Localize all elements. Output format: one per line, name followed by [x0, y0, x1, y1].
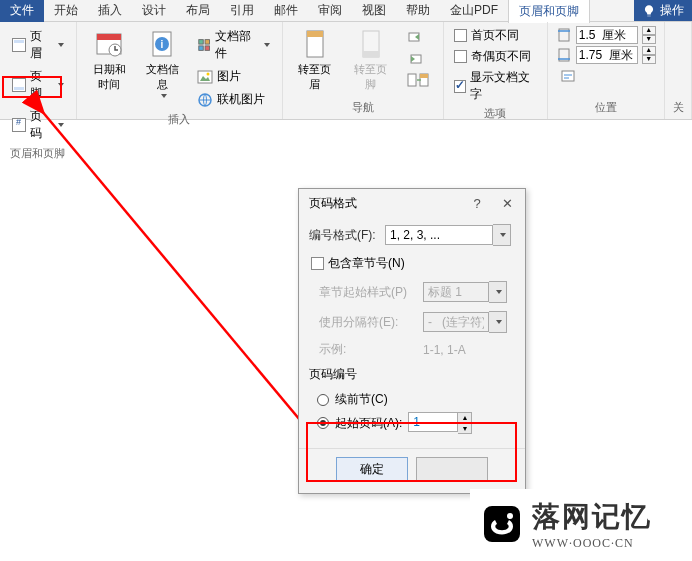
ribbon-group-insert: 日期和时间 i 文档信息 文档部件 图片 联机图片: [77, 22, 283, 119]
top-margin-down[interactable]: ▼: [642, 35, 656, 44]
start-at-spinner[interactable]: ▲ ▼: [408, 412, 472, 434]
show-doc-text-checkbox[interactable]: 显示文档文字: [452, 68, 539, 104]
group-label-headerfooter: 页眉和页脚: [8, 144, 68, 161]
chapter-start-style-input: [423, 282, 489, 302]
number-format-label: 编号格式(F):: [309, 227, 379, 244]
top-margin-up[interactable]: ▲: [642, 26, 656, 35]
docparts-button[interactable]: 文档部件: [193, 26, 274, 64]
svg-rect-28: [484, 506, 520, 542]
logo-url: WWW·OOOC·CN: [532, 536, 652, 551]
online-pic-label: 联机图片: [217, 91, 265, 108]
page-number-button[interactable]: 页码: [8, 106, 68, 144]
chevron-down-icon: [500, 233, 506, 237]
menu-layout[interactable]: 布局: [176, 0, 220, 22]
goto-footer-button[interactable]: 转至页脚: [347, 26, 395, 94]
ok-button[interactable]: 确定: [336, 457, 408, 481]
number-format-dropdown-btn[interactable]: [493, 224, 511, 246]
chevron-down-icon: [58, 83, 64, 87]
picture-button[interactable]: 图片: [193, 66, 274, 87]
continue-prev-label: 续前节(C): [335, 391, 388, 408]
include-chapter-checkbox[interactable]: 包含章节号(N): [309, 254, 515, 273]
svg-rect-20: [408, 74, 416, 86]
cancel-button[interactable]: [416, 457, 488, 481]
separator-dropdown-btn: [489, 311, 507, 333]
nav-next-button[interactable]: [403, 48, 435, 68]
radio-icon: [317, 417, 329, 429]
help-button[interactable]: ?: [469, 196, 485, 212]
menu-header-footer[interactable]: 页眉和页脚: [508, 0, 590, 23]
group-label-insert: 插入: [85, 110, 274, 127]
svg-rect-7: [205, 40, 209, 44]
start-at-input[interactable]: [408, 412, 458, 432]
page-number-format-dialog: 页码格式 ? ✕ 编号格式(F): 包含章节号(N) 章节起始样式(P) 使用: [298, 188, 526, 494]
show-doc-text-label: 显示文档文字: [470, 69, 537, 103]
watermark-logo: 落网记忆 WWW·OOOC·CN: [470, 489, 692, 559]
first-page-diff-label: 首页不同: [471, 27, 519, 44]
ribbon-group-close: 关: [665, 22, 692, 119]
logo-text: 落网记忆: [532, 498, 652, 536]
continue-prev-radio[interactable]: 续前节(C): [317, 389, 515, 410]
online-pic-icon: [197, 92, 213, 108]
align-tab-icon: [560, 68, 576, 84]
header-button-label: 页眉: [30, 28, 51, 62]
menu-start[interactable]: 开始: [44, 0, 88, 22]
separator-label: 使用分隔符(E):: [319, 314, 417, 331]
group-label-options: 选项: [452, 104, 539, 121]
separator-combo: [423, 311, 507, 333]
start-at-down[interactable]: ▼: [458, 423, 472, 434]
docparts-icon: [197, 37, 211, 53]
bot-margin-input[interactable]: [576, 46, 638, 64]
nav-prev-button[interactable]: [403, 26, 435, 46]
odd-even-diff-checkbox[interactable]: 奇偶页不同: [452, 47, 533, 66]
chevron-down-icon: [264, 43, 270, 47]
dialog-titlebar: 页码格式 ? ✕: [299, 189, 525, 218]
page-numbering-section-label: 页码编号: [309, 366, 515, 383]
checkbox-icon: [311, 257, 324, 270]
start-at-radio[interactable]: 起始页码(A): ▲ ▼: [317, 410, 515, 436]
bot-margin-down[interactable]: ▼: [642, 55, 656, 64]
svg-point-12: [206, 72, 209, 75]
menu-mail[interactable]: 邮件: [264, 0, 308, 22]
bot-margin-up[interactable]: ▲: [642, 46, 656, 55]
first-page-diff-checkbox[interactable]: 首页不同: [452, 26, 521, 45]
picture-icon: [197, 69, 213, 85]
menu-reference[interactable]: 引用: [220, 0, 264, 22]
footer-button-label: 页脚: [30, 68, 51, 102]
start-at-up[interactable]: ▲: [458, 412, 472, 423]
menu-file[interactable]: 文件: [0, 0, 44, 22]
datetime-button[interactable]: 日期和时间: [85, 26, 134, 94]
top-margin-input[interactable]: [576, 26, 638, 44]
link-to-prev-button[interactable]: [403, 70, 435, 90]
docinfo-button[interactable]: i 文档信息: [141, 26, 184, 100]
svg-rect-9: [205, 46, 209, 50]
menu-insert[interactable]: 插入: [88, 0, 132, 22]
ribbon-group-position: ▲ ▼ ▲ ▼ 位置: [548, 22, 665, 119]
header-button[interactable]: 页眉: [8, 26, 68, 64]
menu-design[interactable]: 设计: [132, 0, 176, 22]
datetime-icon: [93, 28, 125, 60]
checkbox-icon: [454, 29, 467, 42]
top-margin-icon: [556, 27, 572, 43]
number-format-combo[interactable]: [385, 224, 511, 246]
insert-align-tab-button[interactable]: [556, 66, 580, 86]
svg-rect-25: [562, 71, 574, 81]
menu-view[interactable]: 视图: [352, 0, 396, 22]
docinfo-label: 文档信息: [145, 62, 180, 92]
svg-rect-17: [363, 51, 379, 57]
docinfo-icon: i: [147, 28, 179, 60]
online-pic-button[interactable]: 联机图片: [193, 89, 274, 110]
svg-line-27: [31, 98, 310, 432]
tell-me[interactable]: 操作: [634, 0, 692, 21]
goto-header-button[interactable]: 转至页眉: [291, 26, 339, 94]
close-button[interactable]: ✕: [499, 196, 515, 212]
footer-button[interactable]: 页脚: [8, 66, 68, 104]
number-format-input[interactable]: [385, 225, 493, 245]
svg-rect-22: [420, 74, 428, 78]
menu-bar: 文件 开始 插入 设计 布局 引用 邮件 审阅 视图 帮助 金山PDF 页眉和页…: [0, 0, 692, 22]
menu-wpspdf[interactable]: 金山PDF: [440, 0, 508, 22]
menu-help[interactable]: 帮助: [396, 0, 440, 22]
ribbon-group-options: 首页不同 奇偶页不同 显示文档文字 选项: [444, 22, 548, 119]
menu-review[interactable]: 审阅: [308, 0, 352, 22]
svg-rect-15: [307, 31, 323, 37]
chapter-start-style-dropdown-btn: [489, 281, 507, 303]
